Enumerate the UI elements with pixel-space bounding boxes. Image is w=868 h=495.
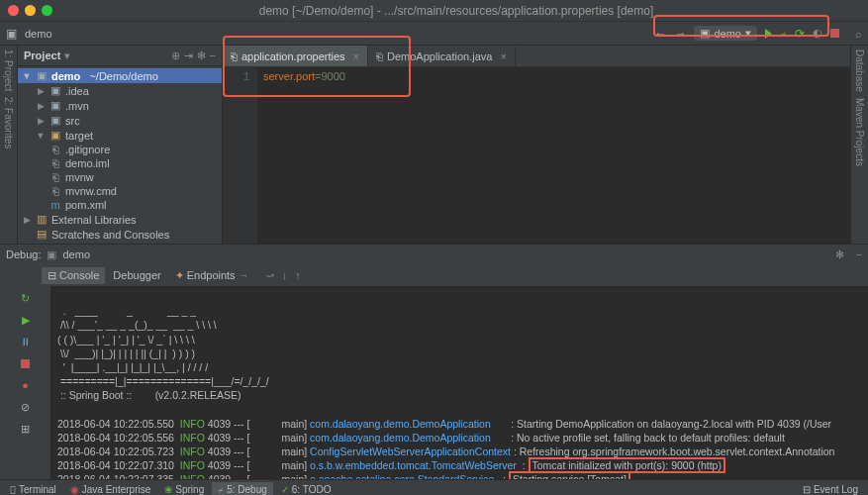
debug-config-name[interactable]: demo — [62, 248, 90, 260]
project-icon: ▣ — [6, 27, 17, 41]
spring-tab[interactable]: ❀Spring — [158, 482, 210, 495]
close-tab-icon[interactable]: × — [353, 50, 359, 62]
editor-gutter: 1 — [223, 67, 257, 244]
back-button[interactable]: ← — [654, 27, 666, 41]
eventlog-tab[interactable]: ⊟Event Log — [797, 482, 864, 495]
tree-item-demo.iml[interactable]: ⎗demo.iml — [18, 156, 222, 170]
module-icon: ▣ — [700, 27, 710, 40]
project-tool-window: Project ▾ ⊕ ⇥ ✻ − ▼▣ demo ~/Demo/demo ▶▣… — [18, 46, 223, 244]
debug-title: Debug: — [6, 248, 41, 260]
folder-icon: ▣ — [48, 114, 62, 127]
tree-item-src[interactable]: ▶▣src — [18, 113, 222, 128]
mute-breakpoints-button[interactable]: ⊘ — [18, 399, 34, 415]
project-name: demo — [25, 28, 52, 40]
terminal-tab[interactable]: ⌷Terminal — [4, 482, 62, 495]
debug-button[interactable]: ⌿ — [780, 27, 787, 41]
rerun-button[interactable]: ↻ — [18, 290, 34, 306]
view-mode-chevron[interactable]: ▾ — [64, 50, 70, 62]
editor-content[interactable]: server.port=9000 — [257, 67, 351, 244]
close-window[interactable] — [8, 5, 19, 16]
run-config-selector[interactable]: ▣ demo ▾ — [694, 26, 757, 41]
javaee-tab[interactable]: ◉Java Enterprise — [64, 482, 156, 495]
folder-icon: ▣ — [48, 99, 62, 112]
editor-tab-application.properties[interactable]: ⎗application.properties× — [223, 46, 368, 66]
debug-config-icon: ▣ — [47, 248, 56, 261]
endpoints-tab[interactable]: ✦Endpoints→ — [169, 267, 255, 284]
file-icon: ⎗ — [48, 171, 62, 183]
tool-project[interactable]: 1: Project — [3, 50, 14, 91]
tree-item-pom.xml[interactable]: mpom.xml — [18, 198, 222, 212]
tree-item-mvnw.cmd[interactable]: ⎗mvnw.cmd — [18, 184, 222, 198]
tree-item-target[interactable]: ▼▣target — [18, 128, 222, 143]
profile-button[interactable]: ◐ — [813, 27, 822, 40]
gear-icon[interactable]: ✻ — [197, 50, 206, 62]
tree-item-.gitignore[interactable]: ⎗.gitignore — [18, 143, 222, 156]
zoom-window[interactable] — [42, 5, 52, 16]
forward-button[interactable]: → — [674, 27, 686, 41]
file-icon: ⎗ — [48, 157, 62, 169]
close-tab-icon[interactable]: × — [500, 50, 506, 62]
hide-icon[interactable]: − — [210, 50, 216, 62]
debug-settings-icon[interactable]: ✻ — [835, 248, 844, 261]
console-output[interactable]: . ____ _ __ _ _ /\\ / ___'_ __ _ _(_)_ _… — [51, 286, 868, 479]
file-icon: ⎗ — [231, 50, 238, 62]
console-tab[interactable]: ⊟Console — [42, 267, 105, 284]
view-breakpoints-button[interactable]: ● — [18, 377, 34, 393]
stop-debug-button[interactable] — [18, 355, 34, 371]
stop-button[interactable] — [830, 29, 839, 38]
main-toolbar: ▣ demo ← → ▣ demo ▾ ⌿ ⟳ ◐ ⌕ — [0, 22, 868, 46]
file-icon: ⎗ — [376, 50, 383, 62]
tool-favorites[interactable]: 2: Favorites — [3, 97, 14, 148]
layout-button[interactable]: ⊞ — [18, 421, 34, 437]
debug-hide-icon[interactable]: − — [856, 248, 862, 260]
tree-scratches[interactable]: ▤ Scratches and Consoles — [18, 227, 222, 242]
search-button[interactable]: ⌕ — [855, 28, 862, 40]
tree-item-.mvn[interactable]: ▶▣.mvn — [18, 98, 222, 113]
step-over-icon[interactable]: ⤻ — [265, 269, 274, 282]
file-icon: ⎗ — [48, 185, 62, 197]
chevron-down-icon: ▾ — [745, 27, 751, 40]
project-tab-title[interactable]: Project — [24, 50, 60, 61]
window-title: demo [~/Demo/demo] - .../src/main/resour… — [52, 4, 860, 18]
tree-external-libraries[interactable]: ▶▥ External Libraries — [18, 212, 222, 227]
collapse-all-icon[interactable]: ⇥ — [184, 50, 193, 62]
debugger-tab[interactable]: Debugger — [107, 267, 166, 283]
pause-button[interactable]: ⏸ — [18, 334, 34, 349]
tree-item-mvnw[interactable]: ⎗mvnw — [18, 170, 222, 184]
folder-y-icon: ▣ — [48, 129, 62, 142]
debug-bottom-tab[interactable]: ⌿5: Debug — [212, 482, 273, 495]
step-into-icon[interactable]: ↓ — [282, 269, 288, 281]
todo-tab[interactable]: ✓6: TODO — [275, 482, 338, 495]
scroll-from-source-icon[interactable]: ⊕ — [171, 50, 180, 62]
editor-area: ⎗application.properties×⎗DemoApplication… — [223, 46, 850, 244]
tree-root[interactable]: ▼▣ demo ~/Demo/demo — [18, 68, 222, 83]
coverage-button[interactable]: ⟳ — [795, 27, 805, 41]
resume-button[interactable]: ▶ — [18, 312, 34, 328]
mvn-icon: m — [48, 199, 62, 211]
run-button[interactable] — [765, 29, 772, 39]
file-icon: ⎗ — [48, 144, 62, 155]
step-out-icon[interactable]: ↑ — [295, 269, 301, 281]
folder-icon: ▣ — [48, 84, 62, 97]
editor-tab-DemoApplication.java[interactable]: ⎗DemoApplication.java× — [368, 46, 516, 66]
tree-item-.idea[interactable]: ▶▣.idea — [18, 83, 222, 98]
tool-maven[interactable]: Maven Projects — [854, 98, 865, 166]
tool-database[interactable]: Database — [854, 50, 865, 92]
minimize-window[interactable] — [25, 5, 36, 16]
